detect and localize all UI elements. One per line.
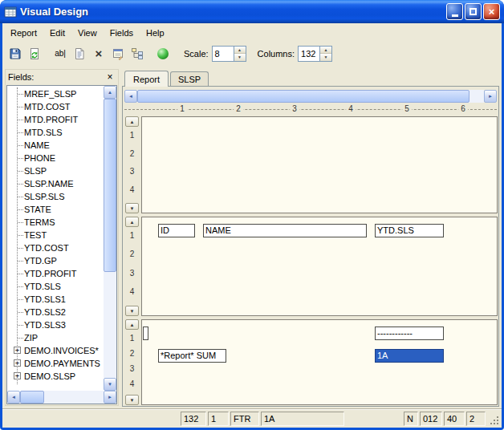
scroll-down-icon[interactable]: ▼ — [104, 378, 116, 391]
tab-bar: ReportSLSP — [122, 68, 499, 86]
scroll-right-icon[interactable]: ► — [484, 90, 497, 103]
report-field[interactable]: ID — [158, 224, 195, 237]
scroll-thumb[interactable] — [137, 90, 469, 103]
fields-tree-item[interactable]: +DEMO.PAYMENTS — [7, 357, 104, 370]
fields-tree-item[interactable]: PHONE — [7, 152, 104, 164]
scroll-track[interactable] — [137, 90, 484, 103]
spin-up-icon[interactable]: ▲ — [234, 47, 246, 55]
field-label: TEST — [24, 230, 47, 240]
resize-grip[interactable] — [490, 416, 501, 427]
close-button[interactable]: × — [483, 3, 500, 20]
fields-tree-item[interactable]: YTD.SLS3 — [7, 318, 104, 331]
band-row-number: 3 — [130, 167, 135, 185]
report-field[interactable]: 1A — [375, 349, 444, 363]
save-button[interactable] — [6, 45, 25, 63]
expand-icon[interactable]: + — [14, 372, 21, 379]
status-bar: 1321FTR1A N012402 — [2, 408, 502, 428]
spin-up-icon[interactable]: ▲ — [320, 47, 331, 55]
field-label: MTD.SLS — [24, 128, 63, 137]
fields-tree-item[interactable]: SLSP.NAME — [7, 177, 104, 190]
band-down-icon[interactable]: ▼ — [125, 395, 139, 405]
scale-value[interactable]: 8 — [213, 47, 234, 61]
band-row-number: 1 — [130, 334, 135, 349]
field-label: DEMO.PAYMENTS — [24, 359, 100, 368]
fields-tree-item[interactable]: MTD.SLS — [7, 126, 104, 139]
report-field[interactable]: NAME — [203, 224, 367, 237]
close-fields-icon[interactable]: × — [104, 71, 116, 83]
ruler-number: 1 — [177, 104, 187, 113]
band-content[interactable]: IDNAMEYTD.SLS — [141, 217, 498, 316]
fields-tree-item[interactable]: YTD.SLS1 — [7, 293, 104, 306]
fields-tree-item[interactable]: MTD.COST — [7, 100, 104, 113]
fields-tree-item[interactable]: SLSP.SLS — [7, 190, 104, 203]
fields-vertical-scrollbar[interactable]: ▲ ▼ — [104, 86, 116, 391]
band-up-icon[interactable]: ▲ — [125, 116, 139, 127]
status-cell: 1A — [261, 412, 344, 426]
delete-button[interactable]: × — [89, 45, 108, 63]
scale-spinner[interactable]: 8 ▲ ▼ — [212, 46, 246, 62]
fields-tree-item[interactable]: SLSP — [7, 164, 104, 177]
fields-horizontal-scrollbar[interactable]: ◄ ► — [7, 391, 116, 404]
run-button[interactable] — [153, 45, 173, 63]
menu-item-help[interactable]: Help — [140, 26, 171, 40]
properties-button[interactable] — [108, 45, 128, 63]
refresh-button[interactable] — [25, 45, 44, 63]
band-down-icon[interactable]: ▼ — [125, 203, 139, 213]
band-row-number: 3 — [130, 364, 135, 379]
band-content[interactable]: ------------*Report* SUM1A — [141, 319, 498, 405]
tab-report[interactable]: Report — [124, 71, 169, 87]
design-horizontal-scrollbar[interactable]: ◄ ► — [124, 90, 497, 103]
fields-tree-item[interactable]: YTD.SLS2 — [7, 306, 104, 318]
scroll-track[interactable] — [20, 391, 104, 404]
field-label: TERMS — [24, 217, 55, 227]
maximize-button[interactable] — [465, 3, 482, 20]
tab-slsp[interactable]: SLSP — [170, 71, 209, 86]
report-field[interactable]: *Report* SUM — [158, 349, 226, 363]
titlebar[interactable]: Visual Design × — [0, 0, 504, 23]
fields-tree-item[interactable]: STATE — [7, 203, 104, 216]
fields-tree-item[interactable]: TERMS — [7, 216, 104, 229]
scroll-thumb[interactable] — [20, 391, 44, 404]
expand-icon[interactable]: + — [14, 347, 21, 354]
fields-tree-item[interactable]: YTD.SLS — [7, 280, 104, 293]
columns-spinner[interactable]: 132 ▲ ▼ — [298, 46, 332, 62]
scroll-left-icon[interactable]: ◄ — [7, 391, 20, 404]
report-field[interactable]: YTD.SLS — [375, 224, 444, 237]
expand-icon[interactable]: + — [14, 359, 21, 367]
band-row-numbers: 1234 — [124, 127, 140, 203]
scroll-left-icon[interactable]: ◄ — [124, 90, 137, 103]
spin-down-icon[interactable]: ▼ — [320, 54, 331, 61]
menu-item-edit[interactable]: Edit — [43, 26, 71, 40]
fields-tree-item[interactable]: TEST — [7, 229, 104, 241]
columns-value[interactable]: 132 — [299, 47, 319, 61]
page-button[interactable] — [70, 45, 89, 63]
menu-item-fields[interactable]: Fields — [104, 26, 140, 40]
fields-tree-item[interactable]: ZIP — [7, 331, 104, 344]
tree-view-button[interactable] — [128, 45, 147, 63]
scroll-up-icon[interactable]: ▲ — [104, 86, 116, 99]
band-up-icon[interactable]: ▲ — [125, 217, 139, 227]
scroll-thumb[interactable] — [104, 99, 116, 272]
fields-tree-item[interactable]: YTD.COST — [7, 241, 104, 254]
band-content[interactable] — [141, 116, 498, 213]
band-row-number: 4 — [130, 185, 135, 204]
report-field[interactable] — [143, 327, 148, 340]
band-up-icon[interactable]: ▲ — [125, 319, 139, 330]
spin-down-icon[interactable]: ▼ — [234, 54, 246, 61]
fields-tree-item[interactable]: MREF_SLSP — [7, 87, 104, 100]
scroll-right-icon[interactable]: ► — [104, 391, 116, 404]
text-field-button[interactable]: ab| — [51, 45, 70, 63]
fields-tree-item[interactable]: MTD.PROFIT — [7, 113, 104, 126]
report-field[interactable]: ------------ — [375, 327, 444, 340]
fields-tree-item[interactable]: NAME — [7, 139, 104, 152]
fields-tree-item[interactable]: +DEMO.SLSP — [7, 370, 104, 383]
minimize-button[interactable] — [446, 3, 463, 20]
fields-tree-item[interactable]: YTD.PROFIT — [7, 267, 104, 280]
menu-item-report[interactable]: Report — [4, 26, 43, 40]
fields-tree-item[interactable]: YTD.GP — [7, 254, 104, 267]
scroll-track[interactable] — [104, 99, 116, 378]
fields-tree-item[interactable]: +DEMO.INVOICES* — [7, 344, 104, 357]
menu-item-view[interactable]: View — [71, 26, 104, 40]
field-label: MTD.PROFIT — [24, 115, 78, 124]
band-down-icon[interactable]: ▼ — [125, 306, 139, 316]
